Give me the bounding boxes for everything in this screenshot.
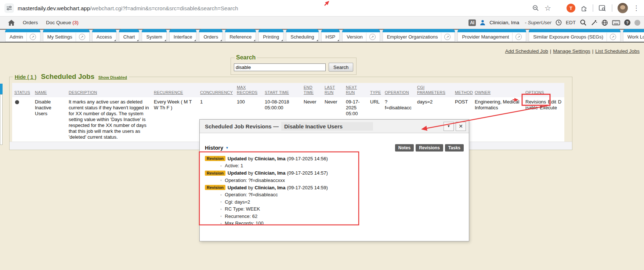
- clock-icon[interactable]: [556, 19, 562, 26]
- tasks-button[interactable]: Tasks: [445, 144, 464, 152]
- manage-settings-link[interactable]: Manage Settings: [553, 48, 590, 54]
- dialog-close-button[interactable]: ✕: [456, 122, 466, 131]
- user-name[interactable]: Clinician, Ima: [489, 20, 519, 25]
- list-scheduled-jobs-link[interactable]: List Scheduled Jobs: [595, 48, 640, 54]
- extensions-puzzle-icon[interactable]: [580, 5, 587, 12]
- search-button[interactable]: Search: [329, 63, 353, 72]
- keyboard-icon[interactable]: [612, 20, 620, 26]
- add-scheduled-job-link[interactable]: Add Scheduled Job: [505, 48, 548, 54]
- tab-hsp[interactable]: HSP: [321, 32, 340, 42]
- notes-button[interactable]: Notes: [395, 144, 414, 152]
- search-input[interactable]: [234, 63, 326, 71]
- profile-avatar[interactable]: [618, 3, 628, 13]
- tab-menu-corner: [316, 40, 318, 41]
- magic-wand-icon[interactable]: [591, 19, 597, 26]
- col-concurrency[interactable]: CONCURRENCY: [198, 83, 235, 97]
- revisions-link[interactable]: Revisions: [525, 99, 546, 105]
- execute-link[interactable]: Execute: [540, 105, 557, 110]
- tab-chart[interactable]: Chart: [119, 32, 140, 42]
- tab-menu-corner: [114, 40, 116, 41]
- popout-icon[interactable]: ↗: [369, 34, 376, 40]
- popout-icon[interactable]: ↗: [30, 34, 36, 40]
- help-icon[interactable]: ?: [624, 19, 630, 26]
- frame-handle-active[interactable]: [0, 84, 3, 94]
- doc-queue-link[interactable]: Doc Queue (3): [46, 20, 79, 25]
- home-icon[interactable]: [8, 20, 15, 26]
- tab-version[interactable]: Version↗: [342, 32, 380, 42]
- col-description[interactable]: DESCRIPTION: [66, 83, 152, 97]
- orders-link[interactable]: Orders: [23, 20, 38, 25]
- revision-detail: ◦Recurrence: 62: [205, 213, 464, 220]
- user-icon: [480, 20, 485, 25]
- tab-reference[interactable]: Reference: [225, 32, 256, 42]
- col-method[interactable]: METHOD: [453, 83, 473, 97]
- show-disabled-link[interactable]: Show Disabled: [98, 75, 127, 80]
- col-start-time[interactable]: START TIME: [263, 83, 301, 97]
- bullet-icon: ◦: [220, 192, 222, 197]
- popout-icon[interactable]: ↗: [610, 34, 616, 40]
- col-cgi-parameters[interactable]: CGI PARAMETERS: [415, 83, 453, 97]
- col-owner[interactable]: OWNER: [473, 83, 523, 97]
- tab-orders[interactable]: Orders: [199, 32, 222, 42]
- tab-similar-exposure-groups[interactable]: Similar Exposure Groups (SEGs)↗: [529, 32, 621, 42]
- col-operation[interactable]: OPERATION: [383, 83, 415, 97]
- status-indicator-icon: [634, 20, 640, 26]
- tab-my-settings[interactable]: My Settings↗: [43, 32, 90, 42]
- tab-admin[interactable]: Admin↗: [5, 32, 40, 42]
- tab-system[interactable]: System: [142, 32, 166, 42]
- dialog-dropdown-button[interactable]: ▼: [444, 122, 454, 131]
- col-max-records[interactable]: MAX RECORDS: [235, 83, 263, 97]
- search-icon[interactable]: [580, 19, 587, 26]
- col-options[interactable]: OPTIONS: [523, 83, 564, 97]
- popout-icon[interactable]: ↗: [444, 34, 451, 40]
- history-caret-icon[interactable]: ▼: [225, 146, 229, 150]
- col-next-run[interactable]: NEXT RUN: [344, 83, 368, 97]
- tab-scheduling[interactable]: Scheduling: [286, 32, 318, 42]
- popout-icon[interactable]: ↗: [79, 34, 85, 40]
- cell-recurrence: Every Week ( M T W Th F ): [152, 97, 198, 142]
- tab-printing[interactable]: Printing: [258, 32, 283, 42]
- timezone-label[interactable]: EDT: [566, 20, 576, 25]
- revision-detail: ◦Active: 1: [205, 162, 464, 169]
- tab-employer-organizations[interactable]: Employer Organizations↗: [383, 32, 455, 42]
- col-last-run[interactable]: LAST RUN: [322, 83, 344, 97]
- col-status[interactable]: STATUS: [12, 83, 33, 97]
- extension-t-icon[interactable]: T: [567, 4, 575, 12]
- col-recurrence[interactable]: RECURRENCE: [152, 83, 198, 97]
- col-type[interactable]: TYPE: [368, 83, 383, 97]
- revision-entry: Revision Updated by Clinician, Ima (09-1…: [205, 155, 464, 162]
- dialog-title: Scheduled Job Revisions —: [205, 123, 279, 129]
- globe-icon[interactable]: [601, 19, 608, 26]
- frame-handle[interactable]: [0, 94, 3, 145]
- table-header-row: STATUS NAME DESCRIPTION RECURRENCE CONCU…: [12, 83, 564, 97]
- tab-menu-corner: [254, 40, 255, 41]
- tab-interface[interactable]: Interface: [169, 32, 197, 42]
- revision-detail: ◦Cgi: days=2: [205, 198, 464, 206]
- search-fieldset: Search Search: [231, 54, 357, 75]
- browser-menu-icon[interactable]: ⋮: [633, 5, 640, 11]
- revisions-button[interactable]: Revisions: [416, 144, 443, 152]
- site-info-icon[interactable]: [4, 3, 14, 13]
- url-path: /webchart.cgi?f=admin&s=cron&src=disable…: [90, 5, 238, 11]
- hide-link[interactable]: Hide ( 1 ): [15, 74, 36, 80]
- revision-badge: Revision: [205, 171, 225, 176]
- tab-search-icon[interactable]: [598, 4, 607, 12]
- tab-provider-management[interactable]: Provider Management↗: [457, 32, 526, 42]
- bookmark-star-icon[interactable]: ☆: [544, 4, 551, 12]
- edit-link[interactable]: Edit: [548, 99, 556, 105]
- tab-menu-corner: [220, 40, 222, 41]
- address-bar[interactable]: masterdaily.dev.webchart.app/webchart.cg…: [18, 5, 532, 11]
- ai-badge[interactable]: AI: [468, 19, 476, 26]
- popout-icon[interactable]: ↗: [515, 34, 522, 40]
- zoom-icon[interactable]: [532, 4, 539, 12]
- history-toggle[interactable]: History: [205, 145, 223, 151]
- revision-badge: Revision: [205, 185, 225, 190]
- tab-work-locations[interactable]: Work Locations↗: [623, 32, 644, 42]
- bullet-icon: ◦: [220, 207, 222, 212]
- col-end-time[interactable]: END TIME: [301, 83, 322, 97]
- dialog-titlebar[interactable]: Scheduled Job Revisions — Disable Inacti…: [200, 120, 469, 133]
- col-name[interactable]: NAME: [33, 83, 66, 97]
- user-role: - SuperUser: [525, 20, 551, 25]
- tab-access[interactable]: Access: [92, 32, 116, 42]
- tab-menu-corner: [194, 40, 196, 41]
